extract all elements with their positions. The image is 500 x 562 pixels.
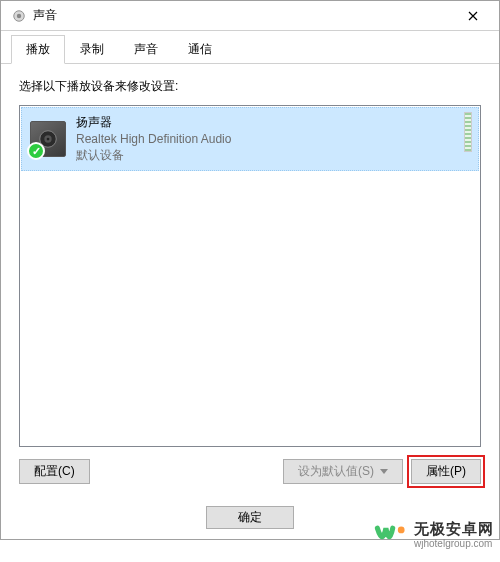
tab-recording[interactable]: 录制 — [65, 35, 119, 63]
watermark-logo-icon — [374, 518, 408, 552]
device-icon-wrap: ✓ — [30, 121, 66, 157]
svg-point-5 — [398, 527, 405, 534]
instruction-text: 选择以下播放设备来修改设置: — [19, 78, 481, 95]
tab-sounds[interactable]: 声音 — [119, 35, 173, 63]
tab-content: 选择以下播放设备来修改设置: ✓ 扬声器 Realtek High Defini… — [1, 64, 499, 498]
properties-button[interactable]: 属性(P) — [411, 459, 481, 484]
set-default-button[interactable]: 设为默认值(S) — [283, 459, 403, 484]
titlebar: 声音 — [1, 1, 499, 31]
watermark-url: wjhotelgroup.com — [414, 538, 494, 549]
device-driver: Realtek High Definition Audio — [76, 132, 470, 146]
svg-point-4 — [47, 138, 50, 141]
default-check-icon: ✓ — [27, 142, 45, 160]
device-text: 扬声器 Realtek High Definition Audio 默认设备 — [76, 114, 470, 164]
level-meter — [464, 112, 472, 152]
sound-icon — [11, 8, 27, 24]
configure-button[interactable]: 配置(C) — [19, 459, 90, 484]
watermark: 无极安卓网 wjhotelgroup.com — [374, 518, 494, 552]
tab-bar: 播放 录制 声音 通信 — [1, 31, 499, 64]
device-status: 默认设备 — [76, 147, 470, 164]
tab-communications[interactable]: 通信 — [173, 35, 227, 63]
watermark-title: 无极安卓网 — [414, 521, 494, 538]
window-title: 声音 — [33, 7, 450, 24]
device-list[interactable]: ✓ 扬声器 Realtek High Definition Audio 默认设备 — [19, 105, 481, 447]
device-name: 扬声器 — [76, 114, 470, 131]
close-button[interactable] — [450, 2, 495, 30]
tab-playback[interactable]: 播放 — [11, 35, 65, 64]
bottom-button-row: 配置(C) 设为默认值(S) 属性(P) — [19, 447, 481, 484]
device-item-speakers[interactable]: ✓ 扬声器 Realtek High Definition Audio 默认设备 — [21, 107, 479, 171]
sound-dialog-window: 声音 播放 录制 声音 通信 选择以下播放设备来修改设置: ✓ 扬声器 — [0, 0, 500, 540]
ok-button[interactable]: 确定 — [206, 506, 294, 529]
svg-point-1 — [17, 13, 21, 17]
